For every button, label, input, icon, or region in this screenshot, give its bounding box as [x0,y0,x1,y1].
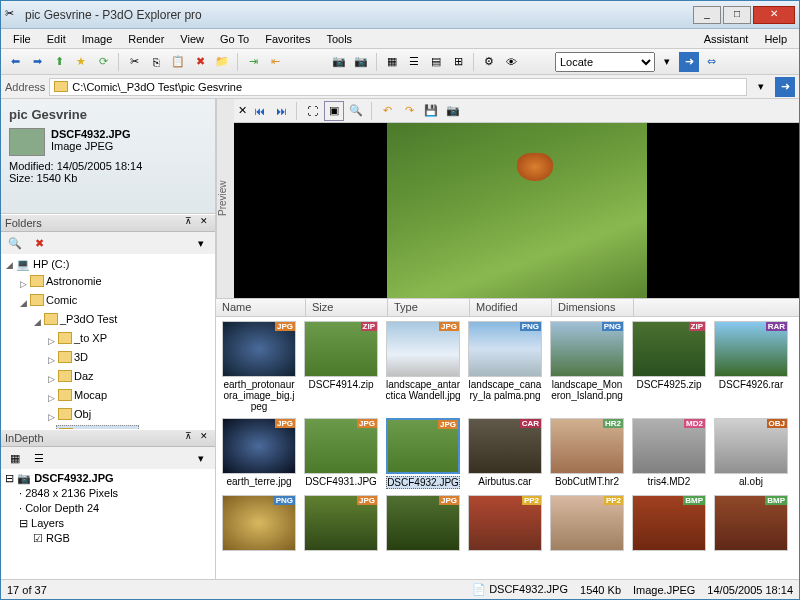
thumbnail-item[interactable]: JPG landscape_antarctica Wandell.jpg [384,321,462,412]
thumbnail-item[interactable]: HR2 BobCutMT.hr2 [548,418,626,489]
preview-camera-button[interactable]: 📷 [443,101,463,121]
thumbnail-item[interactable]: JPG earth_terre.jpg [220,418,298,489]
folder-tree[interactable]: ◢💻 HP (C:) ▷ Astronomie ◢ Comic ◢ _P3dO … [1,254,215,429]
thumbnail-item[interactable]: JPG DSCF4932.JPG [384,418,462,489]
misc1-button[interactable]: ⚙ [479,52,499,72]
menu-goto[interactable]: Go To [212,31,257,47]
thumbnail-name: DSCF4926.rar [719,379,783,390]
camera2-button[interactable]: 📷 [351,52,371,72]
titlebar[interactable]: ✂ pic Gesvrine - P3dO Explorer pro _ □ ✕ [1,1,799,29]
folder-delete-button[interactable]: ✖ [29,233,49,253]
thumbnail-grid[interactable]: JPG earth_protonaurora_image_big.jpeg ZI… [216,317,799,579]
menu-view[interactable]: View [172,31,212,47]
indepth-close-icon[interactable]: ✕ [197,431,211,445]
locate-go-button[interactable]: ➜ [679,52,699,72]
refresh-button[interactable]: ⟳ [93,52,113,72]
preview-image-area[interactable] [234,123,799,298]
menu-tools[interactable]: Tools [318,31,360,47]
indepth-tree[interactable]: ⊟ 📷 DSCF4932.JPG · 2848 x 2136 Pixels · … [1,469,215,579]
locate-expand-button[interactable]: ⇔ [701,52,721,72]
thumbnail-item[interactable]: OBJ al.obj [712,418,790,489]
import-button[interactable]: ⇥ [243,52,263,72]
export-button[interactable]: ⇤ [265,52,285,72]
indepth-btn2[interactable]: ☰ [29,448,49,468]
address-dropdown[interactable]: ▾ [751,77,771,97]
thumbnail-item[interactable]: PNG landscape_Moneron_Island.png [548,321,626,412]
camera1-button[interactable]: 📷 [329,52,349,72]
indepth-pin-icon[interactable]: ⊼ [181,431,195,445]
preview-rotate-right-button[interactable]: ↷ [399,101,419,121]
preview-close-icon[interactable]: ✕ [238,104,247,117]
indepth-header[interactable]: InDepth ⊼ ✕ [1,429,215,447]
preview-panel: Preview ✕ ⏮ ⏭ ⛶ ▣ 🔍 ↶ ↷ 💾 📷 [216,99,799,299]
thumbnail-item[interactable]: JPG DSCF4931.JPG [302,418,380,489]
thumbnail-item[interactable]: MD2 tris4.MD2 [630,418,708,489]
preview-fit-button[interactable]: ⛶ [302,101,322,121]
preview-zoom-button[interactable]: 🔍 [346,101,366,121]
locate-select[interactable]: Locate [555,52,655,72]
folder-menu-button[interactable]: ▾ [191,233,211,253]
thumbnail-item[interactable]: JPG [384,495,462,553]
indepth-btn1[interactable]: ▦ [5,448,25,468]
col-size[interactable]: Size [306,299,388,316]
close-button[interactable]: ✕ [753,6,795,24]
up-button[interactable]: ⬆ [49,52,69,72]
grid-header[interactable]: Name Size Type Modified Dimensions [216,299,799,317]
col-name[interactable]: Name [216,299,306,316]
menu-help[interactable]: Help [756,31,795,47]
minimize-button[interactable]: _ [693,6,721,24]
menu-image[interactable]: Image [74,31,121,47]
thumbnail-item[interactable]: PNG [220,495,298,553]
paste-button[interactable]: 📋 [168,52,188,72]
address-go-button[interactable]: ➜ [775,77,795,97]
thumbnail-name: landscape_canary_la palma.png [467,379,543,401]
back-button[interactable]: ⬅ [5,52,25,72]
thumbnail-item[interactable]: BMP [630,495,708,553]
thumbnail-item[interactable]: PP2 [548,495,626,553]
menu-render[interactable]: Render [120,31,172,47]
thumbnail-item[interactable]: RAR DSCF4926.rar [712,321,790,412]
copy-button[interactable]: ⎘ [146,52,166,72]
menu-file[interactable]: File [5,31,39,47]
preview-rotate-left-button[interactable]: ↶ [377,101,397,121]
new-folder-button[interactable]: 📁 [212,52,232,72]
maximize-button[interactable]: □ [723,6,751,24]
view-list-button[interactable]: ☰ [404,52,424,72]
thumbnail-item[interactable]: ZIP DSCF4925.zip [630,321,708,412]
menu-favorites[interactable]: Favorites [257,31,318,47]
thumbnail-item[interactable]: PP2 [466,495,544,553]
app-icon: ✂ [5,7,21,23]
cut-button[interactable]: ✂ [124,52,144,72]
delete-button[interactable]: ✖ [190,52,210,72]
menu-assistant[interactable]: Assistant [696,31,757,47]
folders-close-icon[interactable]: ✕ [197,216,211,230]
preview-last-button[interactable]: ⏭ [271,101,291,121]
folders-pin-icon[interactable]: ⊼ [181,216,195,230]
thumbnail-item[interactable]: CAR Airbutus.car [466,418,544,489]
view-detail-button[interactable]: ▤ [426,52,446,72]
preview-first-button[interactable]: ⏮ [249,101,269,121]
address-path[interactable]: C:\Comic\_P3dO Test\pic Gesvrine [49,78,747,96]
star-button[interactable]: ★ [71,52,91,72]
thumbnail-item[interactable]: ZIP DSCF4914.zip [302,321,380,412]
folder-search-button[interactable]: 🔍 [5,233,25,253]
menu-edit[interactable]: Edit [39,31,74,47]
preview-save-button[interactable]: 💾 [421,101,441,121]
thumbnail-item[interactable]: JPG [302,495,380,553]
thumbnail-item[interactable]: BMP [712,495,790,553]
thumbnail-item[interactable]: JPG earth_protonaurora_image_big.jpeg [220,321,298,412]
indepth-menu-button[interactable]: ▾ [191,448,211,468]
locate-dropdown[interactable]: ▾ [657,52,677,72]
col-modified[interactable]: Modified [470,299,552,316]
view-tiles-button[interactable]: ⊞ [448,52,468,72]
thumbnail-item[interactable]: PNG landscape_canary_la palma.png [466,321,544,412]
forward-button[interactable]: ➡ [27,52,47,72]
col-dimensions[interactable]: Dimensions [552,299,634,316]
view-thumb-button[interactable]: ▦ [382,52,402,72]
folders-header[interactable]: Folders ⊼ ✕ [1,214,215,232]
preview-label: Preview [216,99,234,298]
misc2-button[interactable]: 👁 [501,52,521,72]
info-modified: Modified: 14/05/2005 18:14 [9,160,207,172]
preview-actual-button[interactable]: ▣ [324,101,344,121]
col-type[interactable]: Type [388,299,470,316]
